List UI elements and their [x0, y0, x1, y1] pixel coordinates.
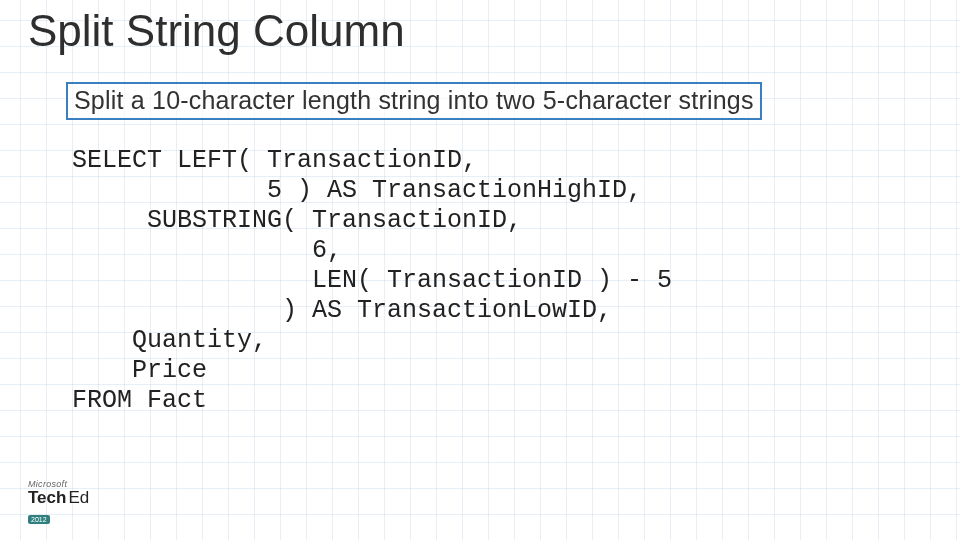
brand-part1: Tech	[28, 488, 66, 508]
footer-logo: Microsoft TechEd 2012	[28, 479, 89, 526]
subtitle-box: Split a 10-character length string into …	[66, 82, 762, 120]
brand-part2: Ed	[68, 488, 89, 508]
brand-row: TechEd	[28, 488, 89, 508]
code-block: SELECT LEFT( TransactionID, 5 ) AS Trans…	[72, 146, 672, 416]
year-badge: 2012	[28, 515, 50, 524]
subtitle-text: Split a 10-character length string into …	[74, 86, 754, 114]
slide-title: Split String Column	[28, 6, 405, 56]
